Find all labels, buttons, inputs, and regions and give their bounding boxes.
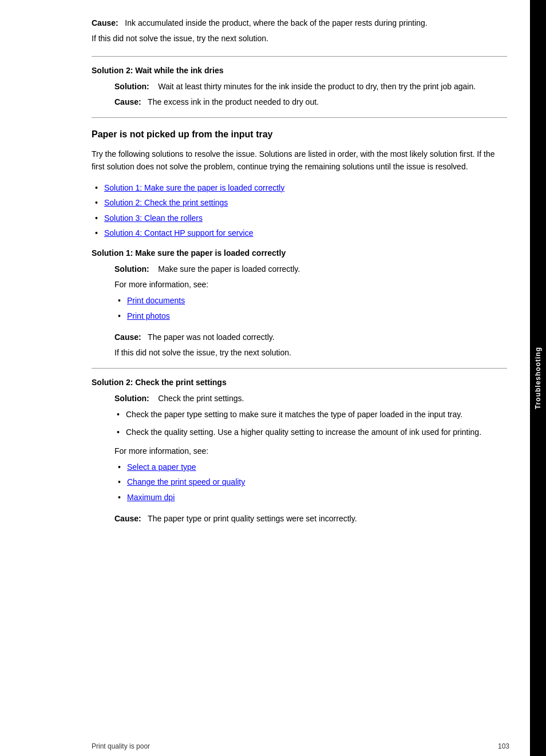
sol1-paper-header: Solution 1: Make sure the paper is loade… bbox=[92, 248, 507, 258]
bullet-link-1[interactable]: Solution 1: Make sure the paper is loade… bbox=[104, 183, 284, 192]
solution2-ink-solution-label: Solution: bbox=[114, 82, 149, 91]
sol1-paper-if-not-solve: If this did not solve the issue, try the… bbox=[114, 347, 507, 359]
list-item: Solution 1: Make sure the paper is loade… bbox=[95, 181, 507, 194]
list-item: Solution 2: Check the print settings bbox=[95, 196, 507, 209]
sol2-print-settings-solution-label: Solution: bbox=[114, 394, 149, 403]
sol1-paper-links: Print documents Print photos bbox=[114, 294, 507, 322]
solution2-ink-section: Solution 2: Wait while the ink dries Sol… bbox=[92, 66, 507, 108]
sol1-paper-solution-body: Make sure the paper is loaded correctly. bbox=[158, 264, 300, 274]
divider-1 bbox=[92, 56, 507, 57]
sol2-links: Select a paper type Change the print spe… bbox=[114, 461, 507, 504]
list-item: Print photos bbox=[118, 310, 507, 322]
sol1-paper-section: Solution 1: Make sure the paper is loade… bbox=[92, 248, 507, 359]
sol1-paper-cause-label: Cause: bbox=[114, 333, 141, 342]
sol1-paper-cause: Cause: The paper was not loaded correctl… bbox=[114, 331, 507, 343]
solution2-ink-header: Solution 2: Wait while the ink dries bbox=[92, 66, 507, 75]
solution2-ink-solution: Solution: Wait at least thirty minutes f… bbox=[114, 81, 507, 93]
top-cause-body: Ink accumulated inside the product, wher… bbox=[125, 18, 427, 27]
list-item: Solution 3: Clean the rollers bbox=[95, 212, 507, 224]
sol2-link-1[interactable]: Select a paper type bbox=[127, 462, 196, 472]
check-item-1: Check the paper type setting to make sur… bbox=[126, 410, 462, 419]
top-if-not-solve: If this did not solve the issue, try the… bbox=[92, 33, 507, 45]
top-cause-label: Cause: bbox=[92, 18, 118, 27]
sol1-paper-solution: Solution: Make sure the paper is loaded … bbox=[114, 263, 507, 275]
divider-2 bbox=[92, 117, 507, 118]
divider-3 bbox=[92, 368, 507, 369]
solution2-ink-cause: Cause: The excess ink in the product nee… bbox=[114, 96, 507, 108]
bullet-link-4[interactable]: Solution 4: Contact HP support for servi… bbox=[104, 228, 253, 238]
side-tab: Troubleshooting bbox=[530, 0, 546, 756]
sol2-cause-label: Cause: bbox=[114, 514, 141, 523]
paper-section-intro: Try the following solutions to resolve t… bbox=[92, 148, 507, 173]
footer-page: 103 bbox=[498, 742, 509, 750]
bullet-link-3[interactable]: Solution 3: Clean the rollers bbox=[104, 213, 203, 223]
list-item: Solution 4: Contact HP support for servi… bbox=[95, 227, 507, 239]
list-item: Select a paper type bbox=[118, 461, 507, 473]
list-item: Check the quality setting. Use a higher … bbox=[114, 426, 507, 438]
sol1-paper-cause-body: The paper was not loaded correctly. bbox=[148, 333, 275, 342]
sol2-print-settings-section: Solution 2: Check the print settings Sol… bbox=[92, 378, 507, 525]
check-item-2: Check the quality setting. Use a higher … bbox=[126, 428, 481, 437]
solution2-ink-cause-body: The excess ink in the product needed to … bbox=[148, 97, 319, 106]
top-cause-line: Cause: Ink accumulated inside the produc… bbox=[92, 17, 507, 29]
sol2-link-3[interactable]: Maximum dpi bbox=[127, 493, 175, 502]
list-item: Check the paper type setting to make sur… bbox=[114, 408, 507, 421]
bullet-link-2[interactable]: Solution 2: Check the print settings bbox=[104, 198, 228, 207]
sol2-print-settings-solution-body: Check the print settings. bbox=[158, 394, 244, 403]
solution2-ink-solution-body: Wait at least thirty minutes for the ink… bbox=[158, 82, 476, 91]
sol2-print-settings-solution: Solution: Check the print settings. bbox=[114, 393, 507, 405]
paper-section-heading: Paper is not picked up from the input tr… bbox=[92, 129, 507, 140]
list-item: Print documents bbox=[118, 294, 507, 307]
list-item: Maximum dpi bbox=[118, 491, 507, 504]
sol1-paper-for-more: For more information, see: bbox=[114, 279, 507, 291]
paper-section: Paper is not picked up from the input tr… bbox=[92, 129, 507, 239]
sol2-for-more: For more information, see: bbox=[114, 445, 507, 457]
sol2-cause-body: The paper type or print quality settings… bbox=[148, 514, 357, 523]
sol1-link-1[interactable]: Print documents bbox=[127, 296, 185, 305]
sol2-check-items: Check the paper type setting to make sur… bbox=[114, 408, 507, 438]
footer-left: Print quality is poor bbox=[92, 742, 150, 750]
sol1-paper-solution-label: Solution: bbox=[114, 264, 149, 274]
sol2-print-settings-header: Solution 2: Check the print settings bbox=[92, 378, 507, 387]
footer: Print quality is poor 103 bbox=[92, 742, 509, 750]
sol2-link-2[interactable]: Change the print speed or quality bbox=[127, 477, 245, 486]
paper-section-bullets: Solution 1: Make sure the paper is loade… bbox=[92, 181, 507, 240]
side-tab-label: Troubleshooting bbox=[534, 347, 542, 409]
sol1-link-2[interactable]: Print photos bbox=[127, 311, 170, 320]
solution2-ink-cause-label: Cause: bbox=[114, 97, 141, 106]
sol2-cause: Cause: The paper type or print quality s… bbox=[114, 513, 507, 525]
list-item: Change the print speed or quality bbox=[118, 476, 507, 488]
